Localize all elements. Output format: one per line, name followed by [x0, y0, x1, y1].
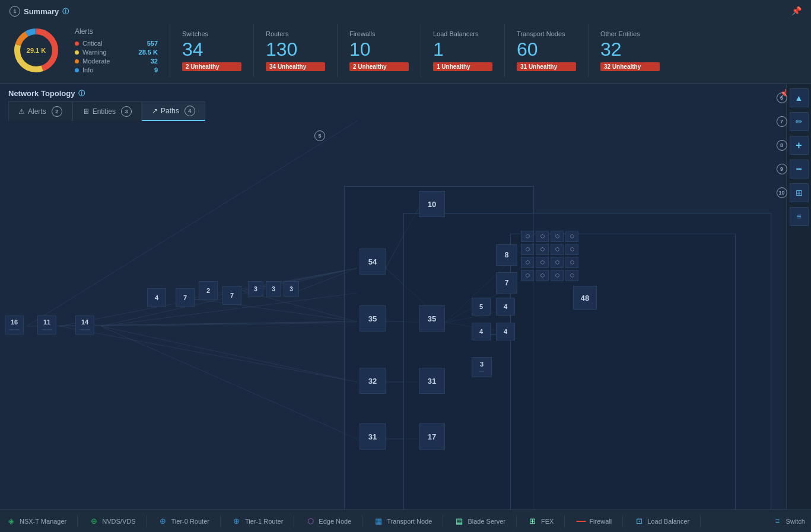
t1-label: Tier-1 Router: [245, 518, 283, 525]
divider-1: [170, 24, 170, 77]
metric-routers: Routers 130 34 Unhealthy: [266, 30, 325, 71]
critical-dot: [75, 42, 79, 46]
sn8[interactable]: ⬡: [565, 244, 578, 255]
routers-value: 130: [266, 40, 325, 59]
nsx-label: NSX-T Manager: [20, 518, 66, 525]
sn13[interactable]: ⬡: [521, 270, 534, 281]
tab-entities[interactable]: 🖥 Entities 3: [72, 101, 142, 121]
node-32[interactable]: 32: [360, 368, 386, 394]
tabs-row: ⚠ Alerts 2 🖥 Entities 3 ↗ Paths 4: [0, 98, 811, 121]
legend-edge: ⬡ Edge Node: [305, 516, 351, 527]
firewalls-badge: 2 Unhealthy: [349, 62, 409, 71]
sn10[interactable]: ⬡: [536, 257, 549, 268]
sidebar-btn-7-wrap: 7 ✏: [790, 111, 809, 132]
right-sidebar: 6 ▲ 7 ✏ 8 + 9 − 10 ⊞ ≡: [786, 84, 811, 509]
node-14[interactable]: 14 — —: [75, 316, 94, 335]
sn14[interactable]: ⬡: [536, 270, 549, 281]
node-7b[interactable]: 7: [222, 286, 241, 305]
node-31b[interactable]: 31: [419, 368, 445, 394]
legend-div-8: [564, 515, 565, 527]
node-31a[interactable]: 31: [360, 423, 386, 450]
legend-fex: ⊞ FEX: [527, 516, 554, 527]
info-label: Info: [82, 66, 151, 74]
tab-entities-label: Entities: [93, 107, 116, 116]
node-54[interactable]: 54: [360, 249, 386, 275]
warning-value: 28.5 K: [139, 49, 158, 56]
routers-title: Routers: [266, 30, 325, 37]
transport-badge: 31 Unhealthy: [517, 62, 576, 71]
node-48[interactable]: 48: [573, 286, 597, 310]
legend-div-5: [362, 515, 362, 527]
topology-info-icon[interactable]: ⓘ: [78, 89, 85, 98]
annotation-5: 5: [314, 130, 325, 141]
node-7c[interactable]: 7: [496, 272, 517, 294]
node-3a[interactable]: 3: [248, 281, 263, 297]
critical-value: 557: [147, 40, 158, 47]
warning-dot: [75, 50, 79, 55]
node-4d[interactable]: 4: [496, 323, 515, 340]
node-4b[interactable]: 4: [496, 298, 515, 316]
donut-label: 29.1 K: [27, 47, 46, 54]
blade-label: Blade Server: [467, 518, 505, 525]
node-35a[interactable]: 35: [360, 305, 386, 332]
other-badge: 32 Unhealthy: [600, 62, 660, 71]
sn4[interactable]: ⬡: [565, 231, 578, 242]
tab-alerts[interactable]: ⚠ Alerts 2: [8, 101, 72, 121]
divider-6: [588, 24, 589, 77]
alert-row-warning: Warning 28.5 K: [75, 49, 158, 56]
node-35b[interactable]: 35: [419, 305, 445, 332]
node-17[interactable]: 17: [419, 423, 445, 450]
node-7a[interactable]: 7: [176, 288, 195, 307]
layout-button[interactable]: ≡: [790, 207, 809, 226]
sn1[interactable]: ⬡: [521, 231, 534, 242]
node-10[interactable]: 10: [419, 191, 445, 217]
node-3d[interactable]: 3 —: [472, 357, 492, 377]
alert-row-info: Info 9: [75, 66, 158, 74]
node-3b[interactable]: 3: [266, 281, 281, 297]
alerts-title: Alerts: [75, 27, 158, 36]
sn12[interactable]: ⬡: [565, 257, 578, 268]
node-4a[interactable]: 4: [147, 288, 166, 307]
zoom-out-button[interactable]: −: [790, 160, 809, 179]
sn6[interactable]: ⬡: [536, 244, 549, 255]
sn7[interactable]: ⬡: [551, 244, 564, 255]
node-3c[interactable]: 3: [284, 281, 299, 297]
legend-switch: ≡ Switch: [772, 516, 805, 527]
summary-header: 1 Summary ⓘ 📌: [9, 6, 802, 20]
sn11[interactable]: ⬡: [551, 257, 564, 268]
critical-label: Critical: [82, 40, 144, 47]
sn16[interactable]: ⬡: [565, 270, 578, 281]
other-value: 32: [600, 40, 660, 59]
moderate-value: 32: [151, 58, 158, 65]
node-2[interactable]: 2: [199, 281, 218, 300]
summary-pin-icon[interactable]: 📌: [791, 6, 802, 15]
divider-4: [421, 24, 421, 77]
summary-label: Summary: [24, 7, 59, 16]
node-4c[interactable]: 4: [472, 323, 491, 340]
edit-button[interactable]: ✏: [790, 112, 809, 131]
divider-5: [504, 24, 505, 77]
transport-label: Transport Node: [387, 518, 432, 525]
metric-switches: Switches 34 2 Unhealthy: [182, 30, 241, 71]
fit-button[interactable]: ⊞: [790, 183, 809, 202]
small-nodes-cluster: ⬡ ⬡ ⬡ ⬡ ⬡ ⬡ ⬡ ⬡ ⬡ ⬡ ⬡ ⬡ ⬡ ⬡ ⬡ ⬡: [521, 231, 578, 281]
node-5[interactable]: 5: [472, 298, 491, 316]
summary-info-icon[interactable]: ⓘ: [62, 7, 69, 16]
node-8[interactable]: 8: [496, 244, 517, 266]
legend-div-10: [700, 515, 701, 527]
sn9[interactable]: ⬡: [521, 257, 534, 268]
zoom-in-button[interactable]: +: [790, 136, 809, 155]
sidebar-btn-8-wrap: 8 +: [790, 135, 809, 156]
legend-firewall: — Firewall: [575, 516, 612, 527]
sn3[interactable]: ⬡: [551, 231, 564, 242]
metric-other: Other Entities 32 32 Unhealthy: [600, 30, 660, 71]
metric-transport: Transport Nodes 60 31 Unhealthy: [517, 30, 576, 71]
triangle-button[interactable]: ▲: [790, 88, 809, 107]
node-11[interactable]: 11 — —: [37, 316, 56, 335]
legend-div-6: [443, 515, 443, 527]
sn2[interactable]: ⬡: [536, 231, 549, 242]
tab-paths[interactable]: ↗ Paths 4: [142, 101, 205, 121]
node-16[interactable]: 16 — —: [5, 316, 24, 335]
sn5[interactable]: ⬡: [521, 244, 534, 255]
sn15[interactable]: ⬡: [551, 270, 564, 281]
